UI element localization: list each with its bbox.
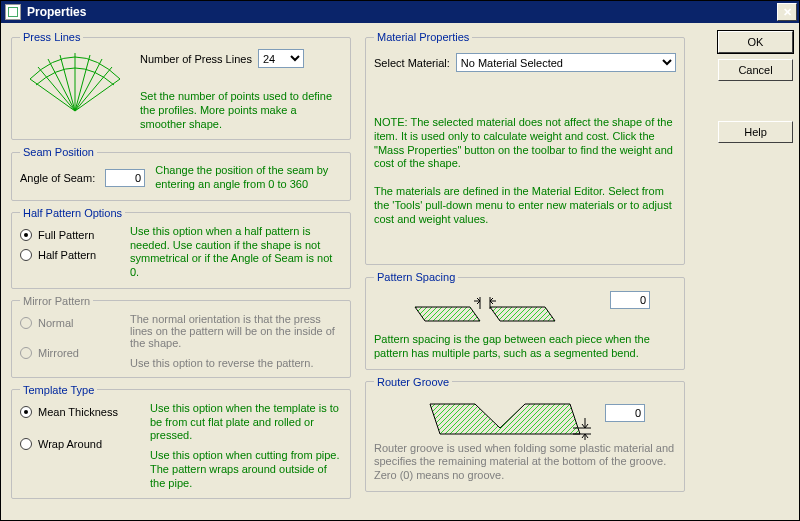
mirror-normal-desc: The normal orientation is that the press…	[130, 313, 342, 349]
titlebar: Properties ✕	[1, 1, 799, 23]
button-column: OK Cancel Help	[685, 31, 793, 514]
mean-thickness-desc: Use this option when the template is to …	[150, 402, 342, 443]
seam-legend: Seam Position	[20, 146, 97, 158]
cancel-button[interactable]: Cancel	[718, 59, 793, 81]
half-pattern-group: Half Pattern Options Full Pattern Half P…	[11, 207, 351, 289]
mirror-mirrored-radio	[20, 347, 32, 359]
router-groove-input[interactable]	[605, 404, 645, 422]
material-legend: Material Properties	[374, 31, 472, 43]
mirror-mirrored-desc: Use this option to reverse the pattern.	[130, 357, 342, 369]
pattern-spacing-group: Pattern Spacing Pattern spacing is the g…	[365, 271, 685, 370]
pattern-spacing-input[interactable]	[610, 291, 650, 309]
right-column: Material Properties Select Material: No …	[365, 31, 685, 514]
router-groove-legend: Router Groove	[374, 376, 452, 388]
router-groove-desc: Router groove is used when folding some …	[374, 442, 676, 483]
angle-of-seam-input[interactable]	[105, 169, 145, 187]
mirror-normal-radio	[20, 317, 32, 329]
router-groove-group: Router Groove Router groove is used when…	[365, 376, 685, 492]
press-lines-group: Press Lines Number	[11, 31, 351, 140]
full-pattern-label: Full Pattern	[38, 229, 94, 241]
mirror-pattern-group: Mirror Pattern Normal Mirrored The n	[11, 295, 351, 378]
template-legend: Template Type	[20, 384, 97, 396]
mirror-mirrored-label: Mirrored	[38, 347, 79, 359]
num-press-lines-select[interactable]: 24	[258, 49, 304, 68]
left-column: Press Lines Number	[11, 31, 351, 514]
pattern-spacing-diagram	[400, 289, 610, 329]
half-pattern-desc: Use this option when a half pattern is n…	[130, 225, 342, 280]
half-pattern-radio[interactable]	[20, 249, 32, 261]
mirror-normal-option: Normal	[20, 317, 120, 329]
full-pattern-option[interactable]: Full Pattern	[20, 229, 120, 241]
template-type-group: Template Type Mean Thickness Wrap Around	[11, 384, 351, 500]
material-editor-note: The materials are defined in the Materia…	[374, 185, 676, 226]
num-press-lines-label: Number of Press Lines	[140, 53, 252, 65]
wrap-around-option[interactable]: Wrap Around	[20, 438, 140, 450]
mirror-mirrored-option: Mirrored	[20, 347, 120, 359]
half-pattern-label: Half Pattern	[38, 249, 96, 261]
select-material-label: Select Material:	[374, 57, 450, 69]
router-groove-diagram	[405, 394, 605, 440]
seam-position-group: Seam Position Angle of Seam: Change the …	[11, 146, 351, 201]
seam-desc: Change the position of the seam by enter…	[155, 164, 342, 192]
mirror-legend: Mirror Pattern	[20, 295, 93, 307]
press-lines-diagram	[20, 49, 130, 117]
pattern-spacing-desc: Pattern spacing is the gap between each …	[374, 333, 676, 361]
properties-dialog: Properties ✕ Press Lines	[0, 0, 800, 521]
full-pattern-radio[interactable]	[20, 229, 32, 241]
wrap-around-radio[interactable]	[20, 438, 32, 450]
half-pattern-legend: Half Pattern Options	[20, 207, 125, 219]
select-material-dropdown[interactable]: No Material Selected	[456, 53, 676, 72]
material-note: NOTE: The selected material does not aff…	[374, 116, 676, 171]
press-lines-desc: Set the number of points used to define …	[140, 90, 342, 131]
press-lines-legend: Press Lines	[20, 31, 83, 43]
mean-thickness-radio[interactable]	[20, 406, 32, 418]
help-button[interactable]: Help	[718, 121, 793, 143]
pattern-spacing-legend: Pattern Spacing	[374, 271, 458, 283]
wrap-around-label: Wrap Around	[38, 438, 102, 450]
close-button[interactable]: ✕	[777, 3, 797, 21]
material-properties-group: Material Properties Select Material: No …	[365, 31, 685, 265]
mean-thickness-label: Mean Thickness	[38, 406, 118, 418]
window-title: Properties	[27, 5, 86, 19]
app-icon	[5, 4, 21, 20]
angle-of-seam-label: Angle of Seam:	[20, 172, 95, 184]
ok-button[interactable]: OK	[718, 31, 793, 53]
wrap-around-desc: Use this option when cutting from pipe. …	[150, 449, 342, 490]
dialog-body: Press Lines Number	[1, 23, 799, 520]
mirror-normal-label: Normal	[38, 317, 73, 329]
half-pattern-option[interactable]: Half Pattern	[20, 249, 120, 261]
mean-thickness-option[interactable]: Mean Thickness	[20, 406, 140, 418]
